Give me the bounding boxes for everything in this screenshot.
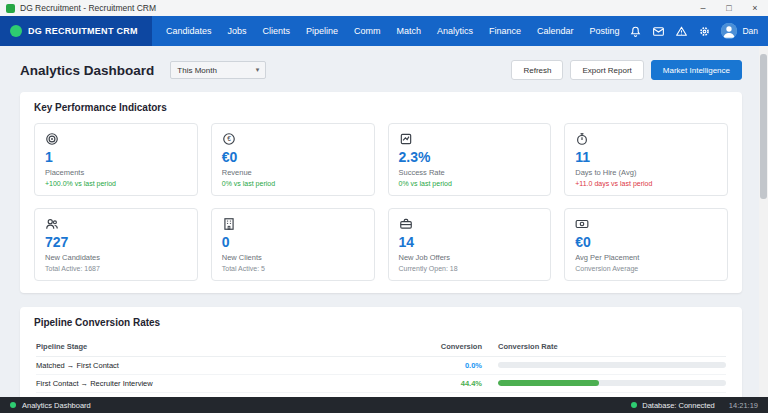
kpi-value: 727 [45, 234, 187, 251]
conversion-bar-fill [498, 380, 599, 386]
kpi-section-title: Key Performance Indicators [34, 102, 728, 113]
kpi-delta: +11.0 days vs last period [575, 180, 717, 187]
conversion-bar-track [498, 362, 726, 368]
brand-logo-icon [10, 25, 22, 37]
pipeline-conversion-value: 44.4% [416, 379, 482, 388]
nav-item[interactable]: Clients [254, 26, 298, 36]
brand-label: DG RECRUITMENT CRM [28, 26, 138, 36]
statusbar: Analytics Dashboard Database: Connected … [0, 397, 768, 413]
nav-item[interactable]: Match [389, 26, 430, 36]
period-select-value: This Month [177, 66, 217, 75]
refresh-button[interactable]: Refresh [511, 60, 563, 80]
kpi-label: Avg Per Placement [575, 253, 717, 262]
status-indicator-icon [10, 402, 16, 408]
maximize-button[interactable]: □ [716, 0, 742, 16]
db-status-label: Database: Connected [642, 401, 715, 410]
banknote-icon [575, 217, 589, 231]
user-chip[interactable]: Dan [721, 23, 758, 39]
main-navbar: DG RECRUITMENT CRM CandidatesJobsClients… [0, 16, 768, 46]
conversion-bar-track [498, 380, 726, 386]
candidates-icon [45, 217, 59, 231]
kpi-delta: Total Active: 5 [222, 265, 364, 272]
pipeline-table-header: Pipeline Stage Conversion Conversion Rat… [36, 338, 726, 357]
pipeline-row: Matched → First Contact 0.0% [36, 357, 726, 375]
kpi-card: 0 New Clients Total Active: 5 [211, 208, 375, 281]
kpi-delta: 0% vs last period [399, 180, 541, 187]
kpi-card: 2.3% Success Rate 0% vs last period [388, 123, 552, 196]
kpi-value: 0 [222, 234, 364, 251]
nav-item[interactable]: Jobs [219, 26, 254, 36]
kpi-delta: +100.0% vs last period [45, 180, 187, 187]
avatar [721, 23, 737, 39]
close-button[interactable]: × [742, 0, 768, 16]
export-report-button[interactable]: Export Report [570, 60, 643, 80]
briefcase-icon [399, 217, 413, 231]
kpi-label: Days to Hire (Avg) [575, 168, 717, 177]
kpi-value: 2.3% [399, 149, 541, 166]
status-time: 14:21:19 [729, 401, 758, 410]
period-select[interactable]: This Month ▾ [170, 61, 266, 79]
settings-icon[interactable] [698, 25, 711, 38]
pipeline-table: Pipeline Stage Conversion Conversion Rat… [34, 338, 728, 397]
pipeline-row: Recruiter Interview → Documents 52.3% [36, 393, 726, 397]
nav-right: Dan [629, 16, 768, 46]
pipeline-section-title: Pipeline Conversion Rates [34, 317, 728, 328]
pipeline-stage-label: Matched → First Contact [36, 361, 416, 370]
kpi-label: Placements [45, 168, 187, 177]
kpi-value: 1 [45, 149, 187, 166]
nav-item[interactable]: Finance [481, 26, 529, 36]
kpi-label: New Clients [222, 253, 364, 262]
target-icon [45, 132, 59, 146]
minimize-button[interactable]: – [690, 0, 716, 16]
kpi-delta: Total Active: 1687 [45, 265, 187, 272]
nav-item[interactable]: Candidates [158, 26, 220, 36]
vertical-scrollbar[interactable] [759, 46, 768, 397]
nav-item[interactable]: Analytics [429, 26, 481, 36]
mail-icon[interactable] [652, 25, 665, 38]
app-icon [6, 4, 15, 13]
column-header-conversion-rate: Conversion Rate [498, 342, 726, 351]
main-content: Analytics Dashboard This Month ▾ Refresh… [0, 46, 768, 397]
column-header-conversion: Conversion [416, 342, 482, 351]
user-name: Dan [742, 26, 758, 36]
building-icon [222, 217, 236, 231]
nav-item[interactable]: Pipeline [298, 26, 346, 36]
kpi-value: 14 [399, 234, 541, 251]
nav-item[interactable]: Comm [346, 26, 389, 36]
pipeline-row: First Contact → Recruiter Interview 44.4… [36, 375, 726, 393]
pipeline-conversion-value: 0.0% [416, 361, 482, 370]
warning-icon[interactable] [675, 25, 688, 38]
market-intelligence-button[interactable]: Market Intelligence [651, 60, 742, 80]
column-header-stage: Pipeline Stage [36, 342, 416, 351]
kpi-label: New Candidates [45, 253, 187, 262]
kpi-grid: 1 Placements +100.0% vs last period € €0… [34, 123, 728, 281]
bell-icon[interactable] [629, 25, 642, 38]
kpi-value: 11 [575, 149, 717, 166]
kpi-card: 11 Days to Hire (Avg) +11.0 days vs last… [564, 123, 728, 196]
nav-item[interactable]: Posting [582, 26, 628, 36]
nav-menu: CandidatesJobsClientsPipelineCommMatchAn… [158, 16, 628, 46]
kpi-delta: Conversion Average [575, 265, 717, 272]
scrollbar-thumb[interactable] [760, 54, 767, 199]
chevron-down-icon: ▾ [256, 66, 260, 74]
kpi-section: Key Performance Indicators 1 Placements … [20, 92, 742, 293]
nav-item[interactable]: Calendar [529, 26, 582, 36]
kpi-label: Revenue [222, 168, 364, 177]
kpi-label: New Job Offers [399, 253, 541, 262]
pipeline-rows: Matched → First Contact 0.0% First Conta… [36, 357, 726, 397]
pipeline-section: Pipeline Conversion Rates Pipeline Stage… [20, 307, 742, 397]
svg-text:€: € [227, 135, 231, 142]
db-status-icon [631, 402, 637, 408]
window-title: DG Recruitment - Recruitment CRM [20, 3, 156, 13]
kpi-delta: 0% vs last period [222, 180, 364, 187]
kpi-value: €0 [575, 234, 717, 251]
kpi-label: Success Rate [399, 168, 541, 177]
kpi-card: 727 New Candidates Total Active: 1687 [34, 208, 198, 281]
kpi-card: 1 Placements +100.0% vs last period [34, 123, 198, 196]
kpi-card: €0 Avg Per Placement Conversion Average [564, 208, 728, 281]
kpi-delta: Currently Open: 18 [399, 265, 541, 272]
pipeline-stage-label: First Contact → Recruiter Interview [36, 379, 416, 388]
kpi-value: €0 [222, 149, 364, 166]
kpi-card: € €0 Revenue 0% vs last period [211, 123, 375, 196]
brand[interactable]: DG RECRUITMENT CRM [0, 16, 152, 46]
